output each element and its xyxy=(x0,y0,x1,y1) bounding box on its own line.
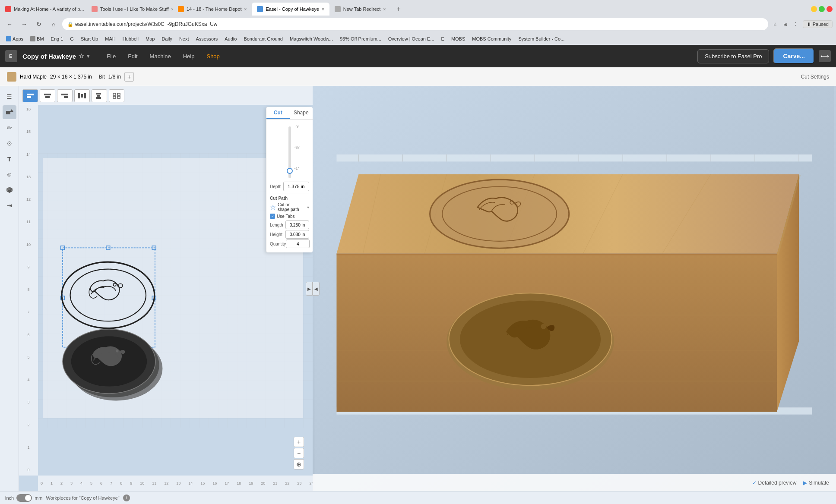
home-button[interactable]: ⌂ xyxy=(48,18,60,30)
detailed-preview-button[interactable]: ✓ Detailed preview xyxy=(752,480,797,486)
tab-close[interactable]: × xyxy=(322,7,324,12)
toolbar-distribute-v[interactable] xyxy=(92,89,107,102)
depth-slider-track[interactable] xyxy=(288,126,291,178)
url-bar[interactable]: 🔒 easel.inventables.com/projects/W3s0C_-… xyxy=(62,18,768,30)
new-tab-button[interactable]: + xyxy=(393,3,405,15)
bookmark-daily[interactable]: Daily xyxy=(159,35,174,42)
maximize-button[interactable] xyxy=(819,6,825,12)
bookmark-icon[interactable]: ☆ xyxy=(771,20,779,28)
tab-close[interactable]: × xyxy=(383,7,386,12)
bookmark-hubbell[interactable]: Hubbell xyxy=(120,35,141,42)
expand-button[interactable]: ⟷ xyxy=(819,50,831,62)
bookmark-assessors[interactable]: Assessors xyxy=(193,35,221,42)
cut-tab[interactable]: Cut xyxy=(266,107,290,119)
toolbar-grid[interactable] xyxy=(109,89,124,102)
toolbar-distribute-h[interactable] xyxy=(74,89,90,102)
tab-easel[interactable]: Easel - Copy of Hawkeye × xyxy=(252,3,329,16)
length-input[interactable] xyxy=(285,220,309,229)
cut-settings-button[interactable]: Cut Settings xyxy=(801,74,829,80)
title-chevron-icon[interactable]: ▾ xyxy=(87,53,89,59)
shape-tab[interactable]: Shape xyxy=(290,107,313,119)
grid-icon xyxy=(112,92,121,99)
toolbar-align-right[interactable] xyxy=(57,89,73,102)
svg-rect-10 xyxy=(78,93,80,98)
bookmark-next[interactable]: Next xyxy=(177,35,192,42)
wood-swatch[interactable] xyxy=(7,72,16,82)
right-panel-collapse-button[interactable]: ◀ xyxy=(313,282,320,296)
zoom-fit-button[interactable]: ⊕ xyxy=(294,459,304,469)
nav-help[interactable]: Help xyxy=(178,50,200,62)
bookmark-e[interactable]: E xyxy=(439,35,447,42)
depth-slider-thumb[interactable] xyxy=(287,168,293,174)
canvas-collapse-right-button[interactable]: ▶ xyxy=(306,282,313,296)
bookmark-bm[interactable]: BM xyxy=(28,35,47,42)
bookmark-apps[interactable]: Apps xyxy=(3,35,26,42)
settings-icon[interactable]: ⋮ xyxy=(792,20,800,28)
tab-making-at-home[interactable]: Making At Home - A variety of p... × xyxy=(0,3,86,16)
toolbar-align-left[interactable] xyxy=(22,89,38,102)
close-window-button[interactable] xyxy=(826,6,833,12)
bookmark-startup[interactable]: Start Up xyxy=(78,35,101,42)
add-bit-button[interactable]: + xyxy=(124,72,134,82)
nav-machine[interactable]: Machine xyxy=(145,50,176,62)
main-layout: ☰ ✏ ⊙ T ☺ ⇥ xyxy=(0,86,836,491)
cut-path-description: Cut onshape path xyxy=(278,202,305,212)
unit-toggle-area: inch mm xyxy=(5,494,43,502)
sidebar-shapes-icon[interactable] xyxy=(3,105,16,119)
height-field-row: Height xyxy=(270,230,309,239)
sidebar-3d-icon[interactable] xyxy=(3,183,16,197)
unit-toggle-track[interactable] xyxy=(16,494,32,502)
forward-button[interactable]: → xyxy=(18,18,30,30)
bookmark-magswitch[interactable]: Magswitch Woodw... xyxy=(287,35,336,42)
tab-tools[interactable]: Tools I use - I Like To Make Stuff × xyxy=(86,3,173,16)
height-input[interactable] xyxy=(285,230,309,239)
tab-home-depot[interactable]: 14 - 18 - The Home Depot × xyxy=(173,3,252,16)
sidebar-pen-icon[interactable]: ✏ xyxy=(3,121,16,135)
bookmark-eng[interactable]: Eng 1 xyxy=(48,35,66,42)
bookmark-bondurant[interactable]: Bondurant Ground xyxy=(241,35,285,42)
subscribe-button[interactable]: Subscribe to Easel Pro xyxy=(697,49,769,63)
tab-close[interactable]: × xyxy=(244,7,247,12)
carve-button[interactable]: Carve... xyxy=(773,48,814,64)
favorite-star-icon[interactable]: ☆ xyxy=(79,53,84,60)
browser-chrome: Making At Home - A variety of p... × Too… xyxy=(0,0,836,45)
extensions-icon[interactable]: ⊞ xyxy=(781,20,790,28)
zoom-out-button[interactable]: − xyxy=(294,448,304,458)
toolbar-align-center[interactable] xyxy=(40,89,55,102)
sidebar-text-icon[interactable]: T xyxy=(3,152,16,166)
sidebar-target-icon[interactable]: ⊙ xyxy=(3,136,16,150)
bookmark-audio[interactable]: Audio xyxy=(222,35,239,42)
bookmark-map[interactable]: Map xyxy=(143,35,157,42)
bookmark-ocean[interactable]: Overview | Ocean E... xyxy=(386,35,437,42)
bookmark-premium[interactable]: 93% Off Premium... xyxy=(337,35,384,42)
sidebar-emoji-icon[interactable]: ☺ xyxy=(3,167,16,181)
zoom-in-button[interactable]: + xyxy=(294,437,304,447)
length-field-row: Length xyxy=(270,220,309,229)
bookmark-mobs-community[interactable]: MOBS Community xyxy=(469,35,514,42)
bookmark-mobs[interactable]: MOBS xyxy=(449,35,468,42)
sidebar-import-icon[interactable]: ⇥ xyxy=(3,198,16,212)
depth-input[interactable] xyxy=(283,182,309,191)
cut-path-row[interactable]: ☆ Cut onshape path ▾ xyxy=(270,202,309,212)
bookmark-g[interactable]: G xyxy=(67,35,76,42)
bookmark-system-builder[interactable]: System Builder - Co... xyxy=(516,35,567,42)
minimize-button[interactable] xyxy=(811,6,817,12)
bookmark-label: Assessors xyxy=(196,36,218,41)
quantity-input[interactable] xyxy=(286,239,310,248)
bookmark-label: MOBS xyxy=(451,36,465,41)
nav-edit[interactable]: Edit xyxy=(123,50,142,62)
workpieces-info-icon[interactable]: i xyxy=(123,495,130,501)
sidebar-menu-icon[interactable]: ☰ xyxy=(3,90,16,104)
back-button[interactable]: ← xyxy=(3,18,16,30)
use-tabs-checkbox[interactable]: ✓ xyxy=(270,214,275,219)
paused-button[interactable]: ⏸ Paused xyxy=(803,20,833,28)
cut-path-chevron-icon[interactable]: ▾ xyxy=(307,205,309,210)
tab-new-tab[interactable]: New Tab Redirect × xyxy=(329,3,391,16)
nav-file[interactable]: File xyxy=(101,50,121,62)
nav-shop[interactable]: Shop xyxy=(201,50,225,62)
simulate-button[interactable]: ▶ Simulate xyxy=(803,480,829,486)
bookmark-label: System Builder - Co... xyxy=(518,36,564,41)
bookmark-mah[interactable]: MAH xyxy=(102,35,118,42)
check-icon: ✓ xyxy=(752,480,757,486)
reload-button[interactable]: ↻ xyxy=(33,18,45,30)
